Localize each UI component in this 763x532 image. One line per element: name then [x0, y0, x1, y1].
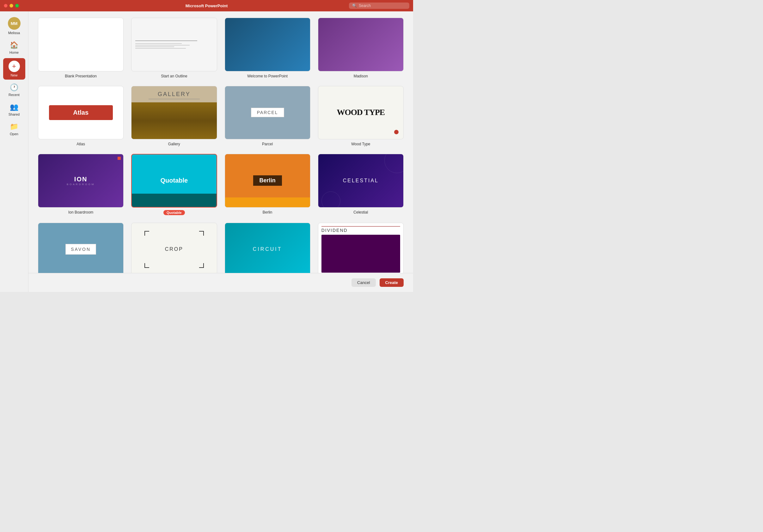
berlin-title: Berlin [253, 175, 282, 186]
savon-title: SAVON [65, 244, 96, 255]
quotable-badge: Quotable [164, 210, 185, 215]
search-icon: 🔍 [352, 3, 357, 8]
sidebar-user-label: Melissa [8, 31, 20, 35]
template-item-wood-type[interactable]: WOOD TYPE Wood Type [318, 86, 404, 146]
template-item-celestial[interactable]: CELESTIAL Celestial [318, 154, 404, 215]
bottom-bar: Cancel Create [29, 273, 413, 292]
titlebar: Microsoft PowerPoint 🔍 [0, 0, 413, 11]
template-grid: Atlas Atlas GALLERY Gallery PARCEL Parce… [38, 86, 404, 292]
sidebar-item-new[interactable]: + New [3, 58, 25, 80]
template-thumb-celestial: CELESTIAL [318, 154, 404, 208]
avatar: MM [8, 17, 21, 30]
home-icon: 🏠 [10, 41, 18, 49]
dividend-bar [321, 235, 400, 273]
template-label-celestial: Celestial [353, 210, 368, 215]
template-label-blank: Blank Presentation [65, 74, 97, 78]
template-thumb-circuit: CIRCUIT [225, 223, 310, 276]
sidebar-recent-label: Recent [9, 93, 20, 97]
crop-corner-br [199, 263, 204, 268]
template-thumb-dividend: DIVIDEND [318, 223, 404, 276]
ion-title: ION [74, 176, 87, 183]
template-label-atlas: Atlas [76, 142, 85, 146]
app-title: Microsoft PowerPoint [185, 3, 228, 8]
sidebar-item-shared[interactable]: 👥 Shared [3, 101, 25, 119]
template-label-welcome: Welcome to PowerPoint [247, 74, 288, 78]
template-thumb-quotable: Quotable [131, 154, 217, 208]
template-thumb-parcel: PARCEL [225, 86, 310, 139]
template-thumb-gallery: GALLERY [131, 86, 217, 139]
template-label-wood-type: Wood Type [351, 142, 370, 146]
template-item-gallery[interactable]: GALLERY Gallery [131, 86, 217, 146]
content-area: Blank Presentation Start an Outline Welc… [29, 11, 413, 292]
maximize-button[interactable] [15, 4, 19, 8]
template-thumb-wood-type: WOOD TYPE [318, 86, 404, 139]
cel-circle-1 [384, 154, 404, 173]
open-icon: 📁 [10, 123, 18, 131]
parcel-title: PARCEL [251, 108, 284, 117]
cel-circle-2 [321, 191, 340, 208]
crop-corner-tl [145, 231, 149, 236]
wood-type-dot [394, 130, 398, 134]
close-button[interactable] [4, 4, 8, 8]
ion-subtitle: BOARDROOM [67, 183, 95, 186]
template-thumb-madison [318, 18, 404, 71]
template-item-blank[interactable]: Blank Presentation [38, 18, 124, 78]
template-label-berlin: Berlin [263, 210, 272, 215]
crop-corner-tr [199, 231, 204, 236]
sidebar-shared-label: Shared [9, 113, 20, 116]
gallery-line [149, 99, 200, 99]
atlas-title: Atlas [49, 105, 113, 120]
template-item-berlin[interactable]: Berlin Berlin [225, 154, 310, 215]
quotable-bottom [132, 194, 216, 207]
gallery-title: GALLERY [158, 91, 191, 98]
main-layout: MM Melissa 🏠 Home + New 🕐 Recent 👥 Share… [0, 11, 413, 292]
window-controls [4, 4, 19, 8]
cancel-button[interactable]: Cancel [352, 278, 376, 287]
minimize-button[interactable] [10, 4, 13, 8]
sidebar-item-home[interactable]: 🏠 Home [3, 39, 25, 57]
template-item-outline[interactable]: Start an Outline [131, 18, 217, 78]
template-thumb-welcome [225, 18, 310, 71]
sidebar-home-label: Home [10, 50, 19, 54]
crop-corner-bl [145, 263, 149, 268]
sidebar-item-user[interactable]: MM Melissa [3, 15, 25, 37]
template-label-parcel: Parcel [262, 142, 273, 146]
wood-type-title: WOOD TYPE [337, 108, 385, 117]
template-thumb-outline [131, 18, 217, 71]
template-label-outline: Start an Outline [161, 74, 187, 78]
sidebar-item-recent[interactable]: 🕐 Recent [3, 81, 25, 99]
template-thumb-ion: ION BOARDROOM [38, 154, 124, 208]
search-input[interactable] [359, 3, 406, 8]
template-thumb-blank [38, 18, 124, 71]
template-label-madison: Madison [354, 74, 368, 78]
template-thumb-savon: SAVON [38, 223, 124, 276]
template-thumb-berlin: Berlin [225, 154, 310, 208]
celestial-title: CELESTIAL [343, 178, 379, 184]
dividend-title: DIVIDEND [321, 226, 400, 233]
shared-icon: 👥 [10, 103, 18, 111]
sidebar-item-open[interactable]: 📁 Open [3, 120, 25, 138]
template-item-parcel[interactable]: PARCEL Parcel [225, 86, 310, 146]
template-label-gallery: Gallery [168, 142, 180, 146]
quotable-title: Quotable [161, 177, 188, 184]
berlin-accent [225, 198, 310, 207]
template-item-welcome[interactable]: Welcome to PowerPoint [225, 18, 310, 78]
sidebar-open-label: Open [10, 132, 18, 136]
ion-corner [118, 157, 121, 160]
circuit-title: CIRCUIT [253, 246, 282, 252]
template-thumb-crop: CROP [131, 223, 217, 276]
crop-frame: CROP [145, 231, 204, 268]
create-button[interactable]: Create [380, 278, 404, 287]
top-templates-row: Blank Presentation Start an Outline Welc… [38, 18, 404, 78]
new-icon: + [9, 61, 20, 72]
search-bar[interactable]: 🔍 [349, 3, 409, 9]
template-item-atlas[interactable]: Atlas Atlas [38, 86, 124, 146]
template-item-madison[interactable]: Madison [318, 18, 404, 78]
template-item-ion-boardroom[interactable]: ION BOARDROOM Ion Boardroom [38, 154, 124, 215]
gallery-wood [132, 102, 217, 139]
recent-icon: 🕐 [10, 83, 18, 92]
sidebar: MM Melissa 🏠 Home + New 🕐 Recent 👥 Share… [0, 11, 29, 292]
template-label-ion-boardroom: Ion Boardroom [68, 210, 93, 215]
sidebar-new-label: New [10, 73, 17, 77]
template-item-quotable[interactable]: Quotable Quotable [131, 154, 217, 215]
